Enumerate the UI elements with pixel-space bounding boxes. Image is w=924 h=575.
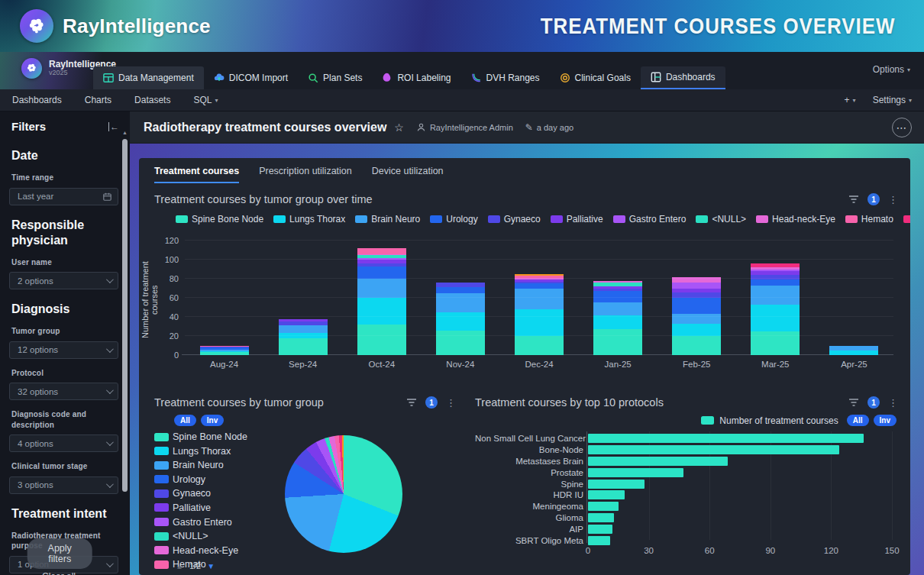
protocol-bar[interactable] [588,513,614,522]
stacked-bar-jan-25[interactable] [593,281,642,356]
nav-tab-plan-sets[interactable]: Plan Sets [298,66,372,89]
protocol-bar[interactable] [588,502,619,511]
legend-item-spine-bone-node[interactable]: Spine Bone Node [176,214,263,225]
all-button[interactable]: All [847,415,869,426]
options-menu[interactable]: Options ▾ [873,64,910,75]
legend-item-brain-neuro[interactable]: Brain Neuro [355,214,420,225]
bar-slot-mar-25 [736,241,815,355]
filter-count-badge[interactable]: 1 [867,193,880,205]
legend-swatch [903,215,910,223]
tab-device-utilization[interactable]: Device utilization [372,166,444,183]
page-up-icon[interactable]: ▲ [176,562,183,570]
nav-tab-clinical-goals[interactable]: Clinical Goals [550,66,641,89]
protocol-bar[interactable] [588,480,645,489]
legend-label: Urology [173,474,205,485]
sidebar-scrollbar[interactable]: ▲ [122,134,128,567]
legend-item-brain-neuro[interactable]: Brain Neuro [154,460,247,470]
legend-swatch [355,215,367,223]
legend-item-urology[interactable]: Urology [430,214,477,225]
protocol-label: Bone-Node [475,445,588,454]
protocol-bar[interactable] [588,445,839,454]
protocol-row-bone-node: Bone-Node [475,444,897,456]
filter-select-time-range[interactable]: Last year [9,188,118,205]
settings-menu[interactable]: Settings▾ [873,95,912,105]
all-button[interactable]: All [174,415,196,426]
nav-tab-dvh-ranges[interactable]: DVH Ranges [461,66,550,89]
nav-tab-dashboards[interactable]: Dashboards [641,66,725,89]
subnav-item-dashboards[interactable]: Dashboards [12,95,62,105]
scrollbar-thumb[interactable] [122,139,128,492]
tab-treatment-courses[interactable]: Treatment courses [154,166,239,183]
filter-select-user-name[interactable]: 2 options [9,272,118,289]
legend-item-breast[interactable]: Breast [903,214,910,225]
filter-select-protocol[interactable]: 32 options [9,383,118,400]
stacked-bar-apr-25[interactable] [829,346,878,356]
legend-item-head-neck-eye[interactable]: Head-neck-Eye [154,545,247,556]
filter-select-clinical-tumor-stage[interactable]: 3 options [9,476,118,494]
legend-item-palliative[interactable]: Palliative [551,214,603,225]
filter-count-badge[interactable]: 1 [867,396,880,409]
legend-item-null[interactable]: <NULL> [154,531,247,541]
nav-tab-dicom-import[interactable]: DICOM Import [204,66,298,89]
protocol-bar[interactable] [588,434,864,443]
nav-tab-data-management[interactable]: Data Management [93,66,204,89]
more-options-button[interactable]: ⋯ [892,118,912,137]
x-tick-label: Jan-25 [579,360,657,369]
favorite-star-icon[interactable]: ☆ [394,121,404,134]
nav-tab-roi-labeling[interactable]: ROI Labeling [372,66,460,89]
inv-button[interactable]: Inv [201,415,224,426]
protocol-bar[interactable] [588,525,612,534]
x-tick-label: Sep-24 [263,360,342,369]
stacked-bar-aug-24[interactable] [200,346,249,356]
filter-select-diagnosis-code-and-description[interactable]: 4 options [9,434,118,452]
stacked-bar-oct-24[interactable] [357,248,406,355]
gridline [185,335,893,336]
legend-item-palliative[interactable]: Palliative [154,502,247,513]
protocol-bar[interactable] [588,468,683,477]
legend-item-head-neck-eye[interactable]: Head-neck-Eye [756,214,835,225]
legend-label: Brain Neuro [173,460,224,470]
kebab-menu-icon[interactable]: ⋮ [446,398,456,408]
legend-item-spine-bone-node[interactable]: Spine Bone Node [154,431,247,442]
secondary-nav: DashboardsChartsDatasetsSQL▾ +▾ Settings… [0,89,924,111]
legend-item-urology[interactable]: Urology [154,474,247,485]
collapse-sidebar-icon[interactable]: ← [108,122,119,131]
inv-button[interactable]: Inv [874,415,897,426]
legend-item-gastro-entero[interactable]: Gastro Entero [154,517,247,528]
legend-item-gynaeco[interactable]: Gynaeco [488,214,541,225]
filter-icon[interactable] [848,195,859,204]
legend-item-null[interactable]: <NULL> [696,214,746,225]
page-down-icon[interactable]: ▼ [207,562,215,570]
filter-icon[interactable] [406,398,417,407]
legend-item-lungs-thorax[interactable]: Lungs Thorax [154,446,247,457]
tab-prescription-utilization[interactable]: Prescription utilization [259,166,352,183]
protocol-label: Non Small Cell Lung Cancer [475,434,588,443]
protocol-label: Spine [475,480,588,489]
kebab-menu-icon[interactable]: ⋮ [888,195,898,205]
legend-item-hemato[interactable]: Hemato [845,214,893,225]
scroll-up-icon[interactable]: ▲ [122,130,128,135]
filter-select-tumor-group[interactable]: 12 options [9,341,118,359]
protocol-row-glioma: Glioma [475,512,897,524]
segment-spine-bone-node [200,352,249,355]
subnav-item-datasets[interactable]: Datasets [134,95,170,105]
protocol-bar[interactable] [588,490,625,499]
clear-all-button[interactable]: Clear all [0,571,118,575]
kebab-menu-icon[interactable]: ⋮ [888,398,898,408]
subnav-item-sql[interactable]: SQL▾ [193,95,218,105]
stacked-bar-mar-25[interactable] [751,263,800,355]
stacked-bar-sep-24[interactable] [279,319,328,356]
filter-count-badge[interactable]: 1 [425,396,438,409]
stacked-bar-dec-24[interactable] [515,274,564,355]
protocol-bar[interactable] [588,536,610,545]
protocol-bar[interactable] [588,457,728,466]
legend-item-gynaeco[interactable]: Gynaeco [154,488,247,499]
legend-item-lungs-thorax[interactable]: Lungs Thorax [273,214,345,225]
legend-item-gastro-entero[interactable]: Gastro Entero [613,214,687,225]
tumor-group-pie-chart[interactable] [285,435,402,553]
filter-icon[interactable] [848,398,859,407]
apply-filters-button[interactable]: Apply filters [27,538,92,569]
add-menu[interactable]: +▾ [845,95,856,105]
stacked-bar-nov-24[interactable] [436,283,485,355]
subnav-item-charts[interactable]: Charts [85,95,111,105]
